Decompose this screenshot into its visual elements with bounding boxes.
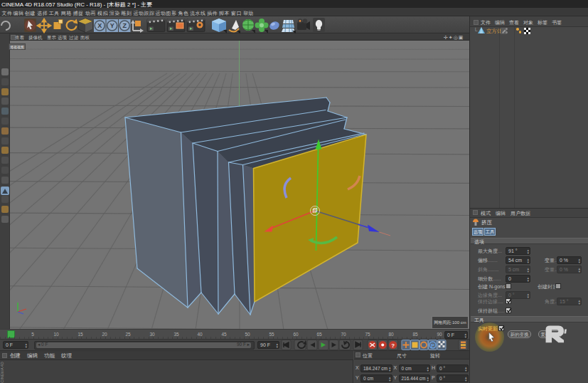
svg-text:X: X: [97, 22, 102, 29]
svg-text:Y: Y: [110, 22, 114, 29]
svg-text:Z: Z: [122, 22, 127, 29]
